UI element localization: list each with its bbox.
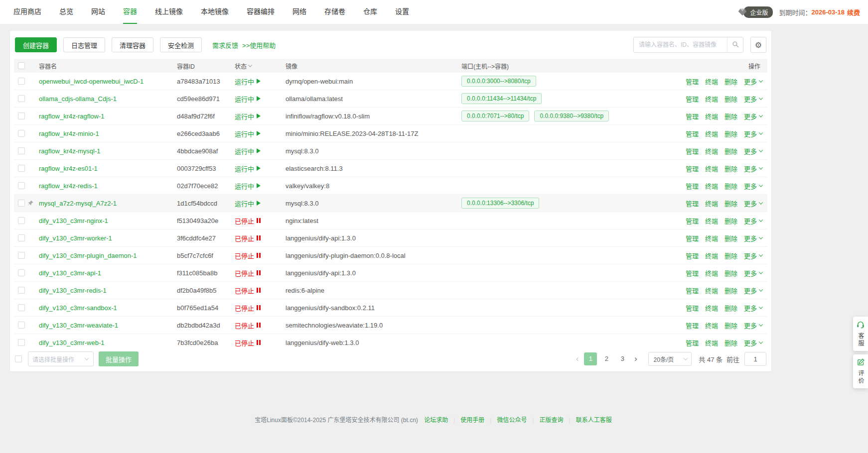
terminal-link[interactable]: 终端: [705, 251, 718, 260]
row-checkbox[interactable]: [18, 234, 25, 241]
terminal-link[interactable]: 终端: [705, 303, 718, 313]
manage-link[interactable]: 管理: [686, 286, 699, 295]
manage-link[interactable]: 管理: [686, 129, 699, 138]
select-all-checkbox[interactable]: [18, 62, 25, 69]
search-button[interactable]: [727, 37, 743, 52]
batch-action-button[interactable]: 批量操作: [99, 351, 139, 366]
next-page-button[interactable]: ›: [630, 352, 641, 365]
manage-link[interactable]: 管理: [686, 181, 699, 191]
manage-link[interactable]: 管理: [686, 268, 699, 278]
container-name-link[interactable]: dify_v130_c3mr-api-1: [39, 269, 101, 277]
nav-item-4[interactable]: 容器: [123, 0, 137, 24]
row-checkbox[interactable]: [18, 304, 25, 311]
delete-link[interactable]: 删除: [724, 268, 737, 278]
delete-link[interactable]: 删除: [724, 94, 737, 104]
row-checkbox[interactable]: [18, 147, 25, 154]
terminal-link[interactable]: 终端: [705, 216, 718, 226]
delete-link[interactable]: 删除: [724, 251, 737, 260]
rate-widget[interactable]: 评价: [853, 354, 868, 388]
page-button-3[interactable]: 3: [616, 352, 629, 365]
container-name-link[interactable]: ragflow_kr4z-redis-1: [39, 182, 98, 190]
nav-item-5[interactable]: 线上镜像: [155, 0, 183, 24]
manage-link[interactable]: 管理: [686, 164, 699, 173]
container-name-link[interactable]: dify_v130_c3mr-web-1: [39, 339, 105, 346]
container-name-link[interactable]: dify_v130_c3mr-weaviate-1: [39, 322, 118, 329]
row-checkbox[interactable]: [18, 165, 25, 172]
help-link[interactable]: >>使用帮助: [242, 40, 276, 50]
page-size-select[interactable]: 20条/页: [648, 352, 692, 366]
container-name-link[interactable]: dify_v130_c3mr-sandbox-1: [39, 304, 117, 312]
batch-action-select[interactable]: 请选择批量操作: [28, 351, 94, 366]
delete-link[interactable]: 删除: [724, 321, 737, 330]
container-name-link[interactable]: ragflow_kr4z-es01-1: [39, 165, 98, 172]
clean-container-button[interactable]: 清理容器: [112, 37, 153, 52]
goto-page-input[interactable]: [744, 352, 766, 366]
more-link[interactable]: 更多: [744, 286, 762, 295]
row-checkbox[interactable]: [18, 252, 25, 259]
delete-link[interactable]: 删除: [724, 164, 737, 173]
more-link[interactable]: 更多: [744, 112, 762, 121]
footer-link-1[interactable]: 论坛求助: [424, 417, 448, 424]
more-link[interactable]: 更多: [744, 216, 762, 226]
row-checkbox[interactable]: [18, 339, 25, 346]
terminal-link[interactable]: 终端: [705, 77, 718, 86]
terminal-link[interactable]: 终端: [705, 286, 718, 295]
terminal-link[interactable]: 终端: [705, 338, 718, 347]
nav-item-10[interactable]: 仓库: [363, 0, 377, 24]
more-link[interactable]: 更多: [744, 94, 762, 104]
footer-link-5[interactable]: 联系人工客服: [576, 417, 612, 424]
nav-item-1[interactable]: 应用商店: [13, 0, 41, 24]
delete-link[interactable]: 删除: [724, 199, 737, 208]
more-link[interactable]: 更多: [744, 268, 762, 278]
more-link[interactable]: 更多: [744, 164, 762, 173]
manage-link[interactable]: 管理: [686, 233, 699, 243]
more-link[interactable]: 更多: [744, 129, 762, 138]
terminal-link[interactable]: 终端: [705, 146, 718, 156]
manage-link[interactable]: 管理: [686, 199, 699, 208]
delete-link[interactable]: 删除: [724, 146, 737, 156]
row-checkbox[interactable]: [18, 217, 25, 224]
more-link[interactable]: 更多: [744, 321, 762, 330]
nav-item-7[interactable]: 容器编排: [247, 0, 275, 24]
delete-link[interactable]: 删除: [724, 303, 737, 313]
footer-link-4[interactable]: 正版查询: [540, 417, 564, 424]
header-status-filter[interactable]: 状态: [235, 62, 286, 70]
customer-service-widget[interactable]: 客服: [853, 317, 868, 351]
more-link[interactable]: 更多: [744, 338, 762, 347]
batch-select-all-checkbox[interactable]: [15, 355, 22, 362]
nav-item-2[interactable]: 总览: [59, 0, 73, 24]
container-name-link[interactable]: dify_v130_c3mr-nginx-1: [39, 217, 108, 225]
terminal-link[interactable]: 终端: [705, 94, 718, 104]
more-link[interactable]: 更多: [744, 303, 762, 313]
more-link[interactable]: 更多: [744, 146, 762, 156]
terminal-link[interactable]: 终端: [705, 164, 718, 173]
row-checkbox[interactable]: [18, 322, 25, 329]
terminal-link[interactable]: 终端: [705, 181, 718, 191]
manage-link[interactable]: 管理: [686, 338, 699, 347]
row-checkbox[interactable]: [18, 287, 25, 294]
log-manage-button[interactable]: 日志管理: [63, 37, 105, 52]
manage-link[interactable]: 管理: [686, 321, 699, 330]
renew-link[interactable]: 续费: [847, 7, 860, 17]
delete-link[interactable]: 删除: [724, 286, 737, 295]
settings-button[interactable]: ⚙: [750, 37, 766, 53]
manage-link[interactable]: 管理: [686, 146, 699, 156]
terminal-link[interactable]: 终端: [705, 268, 718, 278]
create-container-button[interactable]: 创建容器: [15, 37, 57, 52]
delete-link[interactable]: 删除: [724, 129, 737, 138]
terminal-link[interactable]: 终端: [705, 112, 718, 121]
container-name-link[interactable]: ragflow_kr4z-mysql-1: [39, 147, 101, 155]
manage-link[interactable]: 管理: [686, 303, 699, 313]
row-checkbox[interactable]: [18, 182, 25, 189]
row-checkbox[interactable]: [18, 95, 25, 102]
terminal-link[interactable]: 终端: [705, 321, 718, 330]
more-link[interactable]: 更多: [744, 181, 762, 191]
security-check-button[interactable]: 安全检测: [160, 37, 202, 52]
nav-item-3[interactable]: 网站: [91, 0, 105, 24]
row-checkbox[interactable]: [18, 269, 25, 276]
manage-link[interactable]: 管理: [686, 77, 699, 86]
more-link[interactable]: 更多: [744, 199, 762, 208]
manage-link[interactable]: 管理: [686, 216, 699, 226]
container-name-link[interactable]: dify_v130_c3mr-plugin_daemon-1: [39, 252, 137, 259]
footer-link-2[interactable]: 使用手册: [460, 417, 484, 424]
